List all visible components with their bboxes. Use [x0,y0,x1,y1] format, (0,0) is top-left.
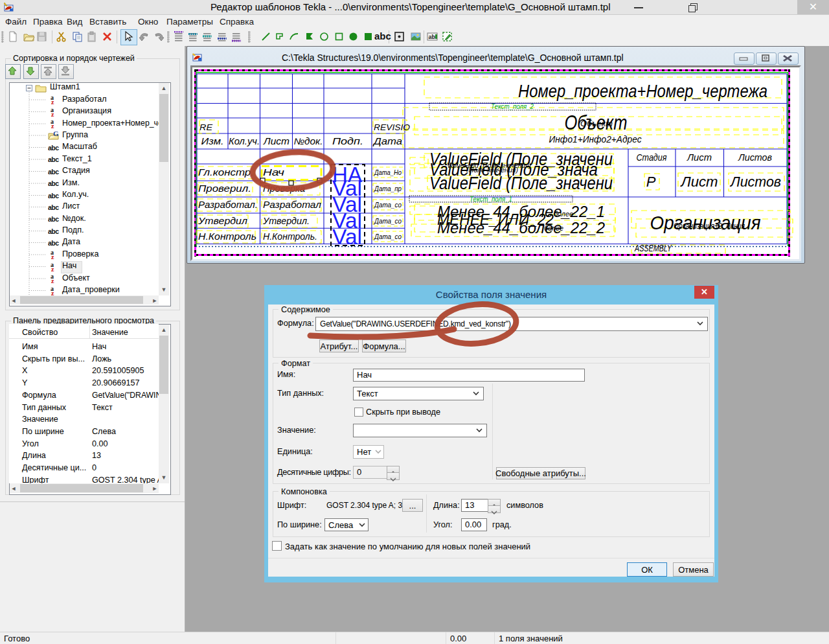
svg-text:Дата_со: Дата_со [373,233,402,240]
svg-text:z: z [51,122,54,130]
svg-text:Проверил.: Проверил. [198,183,251,194]
svg-text:Дата_Но: Дата_Но [373,168,402,176]
svg-text:abc: abc [48,144,59,152]
svg-text:Утвердил.: Утвердил. [262,215,310,226]
svg-text:Дата_со: Дата_со [373,217,402,225]
svg-text:Н.Контроль.: Н.Контроль. [263,231,317,242]
svg-text:z: z [51,111,54,118]
svg-text:Разработал.: Разработал. [198,199,258,210]
svg-text:abc: abc [48,215,59,223]
svg-text:Нач: Нач [263,167,284,178]
svg-text:z: z [51,266,54,273]
svg-text:Дата: Дата [372,136,403,146]
svg-text:Стадия: Стадия [637,152,667,163]
svg-text:Val: Val [332,224,362,249]
svg-text:Р: Р [646,174,656,190]
svg-text:(Поле значения): (Поле значения) [466,166,518,174]
svg-text:z: z [51,290,54,296]
svg-text:z: z [51,253,54,260]
svg-text:abc: abc [48,203,59,211]
svg-text:Проверка: Проверка [263,183,305,194]
svg-text:Текст_поля_1: Текст_поля_1 [470,196,512,203]
svg-text:Менее_44_более_22_2: Менее_44_более_22_2 [437,219,605,236]
svg-text:abc: abc [48,192,59,200]
svg-text:Кол.уч.: Кол.уч. [229,136,260,146]
svg-text:Изм.: Изм. [201,136,224,146]
svg-text:Лист: Лист [263,136,290,146]
svg-text:abc: abc [48,179,59,187]
svg-text:Листов: Листов [729,174,781,190]
svg-text:abc: abc [48,168,59,176]
svg-text:Номер_проекта+Номер_чертежа: Номер_проекта+Номер_чертежа [518,81,767,101]
svg-text:ASSEMBLY: ASSEMBLY [634,243,672,253]
svg-text:z: z [51,98,54,106]
svg-text:Дата_пр: Дата_пр [373,185,402,192]
svg-text:Гл.констр.: Гл.констр. [198,167,254,178]
svg-text:№док.: №док. [294,136,323,146]
svg-text:Лист: Лист [687,152,712,163]
svg-text:Текст_поля_2: Текст_поля_2 [491,103,534,110]
svg-text:ValueField (Поле_значени: ValueField (Поле_значени [429,174,613,193]
svg-text:abc: abc [48,155,59,163]
svg-text:z: z [51,277,54,284]
svg-text:Лист: Лист [679,174,718,190]
svg-text:Н.Контроль: Н.Контроль [198,231,256,242]
svg-text:Подп.: Подп. [332,136,363,146]
svg-text:Объект: Объект [580,119,613,128]
svg-text:Инфо1+Инфо2+Адрес: Инфо1+Инфо2+Адрес [549,133,642,144]
svg-text:RE: RE [199,122,212,132]
svg-text:Дата_со: Дата_со [373,201,402,209]
svg-text:abc: abc [48,239,59,247]
svg-text:Листов: Листов [738,152,772,163]
svg-text:Разработал: Разработал [263,199,322,210]
svg-text:ab: ab [429,34,436,40]
svg-text:abc: abc [48,227,59,235]
svg-text:более: более [544,224,563,232]
svg-text:более: более [554,210,573,218]
svg-text:Организация+2_Линия: Организация+2_Линия [674,222,745,231]
svg-text:REVISIO: REVISIO [374,122,410,132]
svg-text:G: G [53,130,59,137]
svg-text:Утвердил: Утвердил [198,215,248,226]
